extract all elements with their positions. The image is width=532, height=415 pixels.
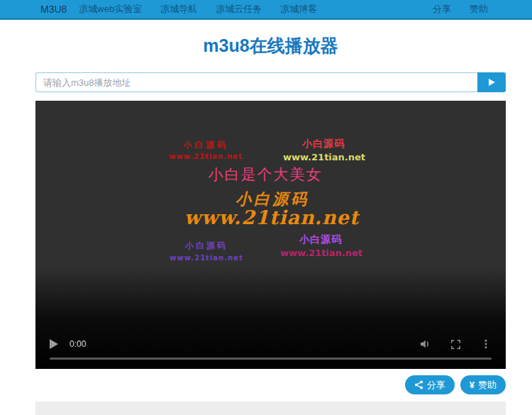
nav-link-donate[interactable]: 赞助 (460, 3, 497, 16)
wm-bottom-right-url: www.21tian.net (280, 248, 362, 258)
video-controls: 0:00 (35, 338, 506, 350)
wm-top-right-url: www.21tian.net (283, 152, 365, 162)
video-progress-bar[interactable] (50, 358, 492, 360)
navbar: M3U8 凉城web实验室 凉城导航 凉城云任务 凉城博客 分享 赞助 (0, 0, 532, 20)
yen-icon: ¥ (470, 380, 475, 390)
nav-link-web-lab[interactable]: 凉城web实验室 (70, 3, 151, 16)
main-container: m3u8在线播放器 小白源码www.21tian.net小白源码www.21ti… (35, 35, 506, 394)
navbar-right: 分享 赞助 (423, 3, 497, 16)
nav-link-blog[interactable]: 凉城博客 (271, 3, 326, 16)
wm-bottom-left-title: 小白源码 (185, 240, 228, 252)
more-options-icon[interactable] (480, 338, 492, 350)
play-submit-button[interactable] (477, 72, 506, 92)
wm-bottom-left-url: www.21tian.net (170, 254, 243, 262)
wm-top-left-title: 小白源码 (183, 139, 228, 151)
wm-top-left-url: www.21tian.net (169, 153, 242, 160)
wm-center-slogan: 小白是个大美女 (209, 165, 323, 184)
share-button[interactable]: 分享 (405, 375, 455, 394)
play-button[interactable] (50, 339, 58, 349)
volume-icon[interactable] (419, 338, 431, 350)
donate-button-label: 赞助 (478, 379, 497, 392)
fullscreen-icon[interactable] (450, 338, 462, 350)
play-icon (489, 79, 495, 86)
brand-m3u8[interactable]: M3U8 (40, 4, 67, 15)
donate-button[interactable]: ¥ 赞助 (460, 375, 506, 394)
page-title: m3u8在线播放器 (35, 35, 506, 55)
wm-bottom-right-title: 小白源码 (299, 233, 342, 246)
time-display: 0:00 (70, 339, 86, 349)
action-buttons: 分享 ¥ 赞助 (35, 375, 506, 394)
share-icon (414, 380, 423, 389)
navbar-inner: M3U8 凉城web实验室 凉城导航 凉城云任务 凉城博客 分享 赞助 (35, 3, 506, 16)
nav-link-nav[interactable]: 凉城导航 (151, 3, 206, 16)
m3u8-url-input[interactable] (35, 72, 477, 92)
url-input-group (35, 72, 506, 92)
share-button-label: 分享 (427, 379, 445, 392)
footer-bar (35, 402, 506, 415)
nav-link-cloud-task[interactable]: 凉城云任务 (206, 3, 271, 16)
wm-center-url: www.21tian.net (184, 206, 360, 228)
nav-link-share[interactable]: 分享 (423, 3, 460, 16)
video-player[interactable]: 小白源码www.21tian.net小白源码www.21tian.net小白是个… (35, 101, 506, 369)
wm-top-right-title: 小白源码 (302, 138, 345, 150)
